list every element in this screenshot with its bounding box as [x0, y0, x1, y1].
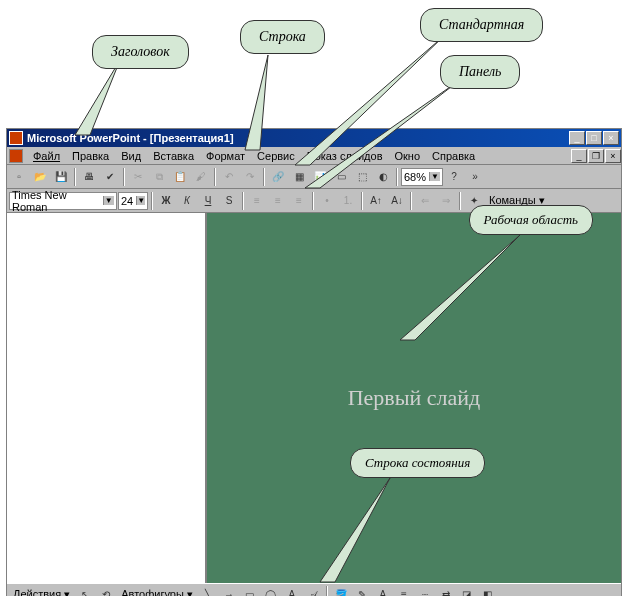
- doc-restore-button[interactable]: ❐: [588, 149, 604, 163]
- help-icon[interactable]: ?: [444, 167, 464, 187]
- svg-marker-0: [75, 60, 120, 135]
- font-color-icon[interactable]: A: [373, 585, 393, 597]
- spellcheck-icon[interactable]: ✔: [100, 167, 120, 187]
- zoom-combo[interactable]: 68% ▼: [401, 168, 443, 186]
- actions-dropdown[interactable]: Действия ▾: [9, 588, 74, 596]
- italic-button[interactable]: К: [177, 191, 197, 211]
- zoom-value: 68%: [404, 171, 426, 183]
- cut-icon[interactable]: ✂: [128, 167, 148, 187]
- workspace: Первый слайд: [7, 213, 621, 583]
- redo-icon[interactable]: ↷: [240, 167, 260, 187]
- align-left-icon[interactable]: ≡: [247, 191, 267, 211]
- increase-font-icon[interactable]: A↑: [366, 191, 386, 211]
- autoshapes-dropdown[interactable]: Автофигуры ▾: [117, 588, 197, 596]
- format-painter-icon[interactable]: 🖌: [191, 167, 211, 187]
- menu-view[interactable]: Вид: [115, 148, 147, 164]
- print-icon[interactable]: 🖶: [79, 167, 99, 187]
- callout-title: Заголовок: [92, 35, 189, 69]
- menu-format[interactable]: Формат: [200, 148, 251, 164]
- font-size-value: 24: [121, 195, 133, 207]
- window-title: Microsoft PowerPoint - [Презентация1]: [27, 132, 569, 144]
- dropdown-arrow-icon: ▼: [429, 172, 440, 181]
- app-window: Microsoft PowerPoint - [Презентация1] _ …: [6, 128, 622, 596]
- menu-window[interactable]: Окно: [389, 148, 427, 164]
- doc-icon: [9, 149, 23, 163]
- menubar: Файл Правка Вид Вставка Формат Сервис По…: [7, 147, 621, 165]
- textbox-icon[interactable]: A: [282, 585, 302, 597]
- outline-pane[interactable]: [7, 213, 207, 583]
- promote-icon[interactable]: ⇐: [415, 191, 435, 211]
- dash-style-icon[interactable]: ┈: [415, 585, 435, 597]
- demote-icon[interactable]: ⇒: [436, 191, 456, 211]
- slide-title-placeholder[interactable]: Первый слайд: [348, 385, 481, 411]
- standard-toolbar: ▫ 📂 💾 🖶 ✔ ✂ ⧉ 📋 🖌 ↶ ↷ 🔗 ▦ 📊 ▭ ⬚ ◐ 68% ▼: [7, 165, 621, 189]
- minimize-button[interactable]: _: [569, 131, 585, 145]
- undo-icon[interactable]: ↶: [219, 167, 239, 187]
- numbering-icon[interactable]: 1.: [338, 191, 358, 211]
- underline-button[interactable]: Ч: [198, 191, 218, 211]
- font-name-value: Times New Roman: [12, 189, 100, 213]
- new-icon[interactable]: ▫: [9, 167, 29, 187]
- more-icon[interactable]: »: [465, 167, 485, 187]
- callout-standard-toolbar: Стандартная: [420, 8, 543, 42]
- menu-slideshow[interactable]: Показ слайдов: [301, 148, 389, 164]
- align-right-icon[interactable]: ≡: [289, 191, 309, 211]
- close-button[interactable]: ×: [603, 131, 619, 145]
- bold-button[interactable]: Ж: [156, 191, 176, 211]
- copy-icon[interactable]: ⧉: [149, 167, 169, 187]
- line-style-icon[interactable]: ≡: [394, 585, 414, 597]
- menu-help[interactable]: Справка: [426, 148, 481, 164]
- maximize-button[interactable]: □: [586, 131, 602, 145]
- font-size-combo[interactable]: 24 ▼: [118, 192, 148, 210]
- chart-icon[interactable]: 📊: [310, 167, 330, 187]
- expand-icon[interactable]: ⬚: [352, 167, 372, 187]
- grayscale-icon[interactable]: ◐: [373, 167, 393, 187]
- fill-color-icon[interactable]: 🪣: [331, 585, 351, 597]
- arrow-style-icon[interactable]: ⇄: [436, 585, 456, 597]
- hyperlink-icon[interactable]: 🔗: [268, 167, 288, 187]
- wordart-icon[interactable]: 𝒜: [303, 585, 323, 597]
- font-name-combo[interactable]: Times New Roman ▼: [9, 192, 117, 210]
- align-center-icon[interactable]: ≡: [268, 191, 288, 211]
- callout-panel: Панель: [440, 55, 520, 89]
- menu-insert[interactable]: Вставка: [147, 148, 200, 164]
- callout-menubar: Строка: [240, 20, 325, 54]
- 3d-style-icon[interactable]: ◧: [478, 585, 498, 597]
- line-icon[interactable]: ╲: [198, 585, 218, 597]
- bullets-icon[interactable]: •: [317, 191, 337, 211]
- decrease-font-icon[interactable]: A↓: [387, 191, 407, 211]
- menu-edit[interactable]: Правка: [66, 148, 115, 164]
- slide-pane[interactable]: Первый слайд: [207, 213, 621, 583]
- titlebar: Microsoft PowerPoint - [Презентация1] _ …: [7, 129, 621, 147]
- save-icon[interactable]: 💾: [51, 167, 71, 187]
- drawing-toolbar: Действия ▾ ↖ ⟲ Автофигуры ▾ ╲ → ▭ ◯ A 𝒜 …: [7, 583, 621, 596]
- callout-statusbar: Строка состояния: [350, 448, 485, 478]
- rotate-icon[interactable]: ⟲: [96, 585, 116, 597]
- shadow-button[interactable]: S: [219, 191, 239, 211]
- line-color-icon[interactable]: ✎: [352, 585, 372, 597]
- select-icon[interactable]: ↖: [75, 585, 95, 597]
- callout-workarea: Рабочая область: [469, 205, 593, 235]
- open-icon[interactable]: 📂: [30, 167, 50, 187]
- paste-icon[interactable]: 📋: [170, 167, 190, 187]
- table-icon[interactable]: ▦: [289, 167, 309, 187]
- menu-file[interactable]: Файл: [27, 148, 66, 164]
- doc-minimize-button[interactable]: _: [571, 149, 587, 163]
- arrow-icon[interactable]: →: [219, 585, 239, 597]
- menu-tools[interactable]: Сервис: [251, 148, 301, 164]
- oval-icon[interactable]: ◯: [261, 585, 281, 597]
- new-slide-icon[interactable]: ▭: [331, 167, 351, 187]
- dropdown-arrow-icon: ▼: [103, 196, 114, 205]
- dropdown-arrow-icon: ▼: [136, 196, 145, 205]
- rectangle-icon[interactable]: ▭: [240, 585, 260, 597]
- doc-close-button[interactable]: ×: [605, 149, 621, 163]
- app-icon: [9, 131, 23, 145]
- shadow-style-icon[interactable]: ◪: [457, 585, 477, 597]
